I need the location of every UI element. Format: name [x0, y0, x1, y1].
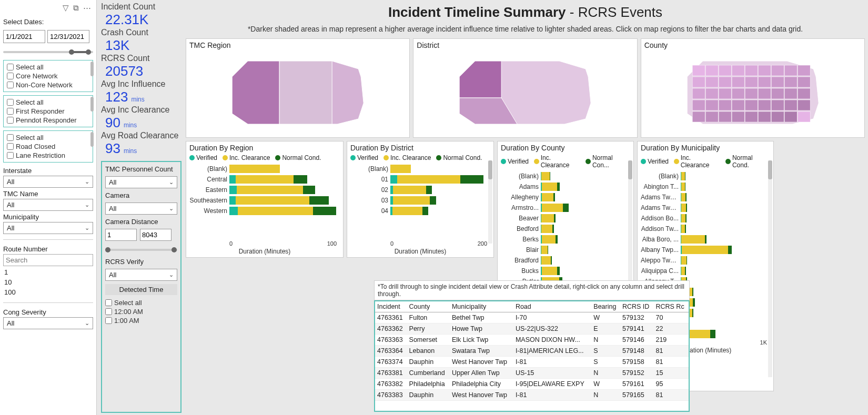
detected-time-item[interactable]: Select all [105, 298, 177, 307]
more-icon[interactable]: ⋯ [83, 3, 91, 13]
table-row[interactable]: 4763361FultonBethel TwpI-70W57913270 [375, 312, 689, 323]
rcrs-verify-label: RCRS Verify [105, 258, 177, 266]
filter-checkbox[interactable]: Core Network [7, 72, 89, 80]
chart-region[interactable]: Duration By Region VerifiedInc. Clearanc… [186, 141, 344, 258]
camera-distance-max[interactable] [140, 229, 171, 241]
bar-row[interactable]: Berks [501, 235, 630, 244]
svg-rect-17 [798, 77, 810, 87]
svg-rect-29 [719, 100, 731, 110]
filter-checkbox[interactable]: Select all [7, 133, 89, 142]
camera-dropdown[interactable]: All⌄ [105, 203, 177, 215]
bar-row[interactable]: Albany Twp... [641, 246, 770, 254]
col-rcrs-id[interactable]: RCRS ID [620, 301, 654, 312]
filter-dropdown[interactable]: All⌄ [3, 199, 93, 211]
date-range-slider[interactable] [3, 47, 93, 57]
table-row[interactable]: 4763363SomersetElk Lick TwpMASON DIXON H… [375, 335, 689, 346]
route-list[interactable]: 110100 [3, 267, 93, 297]
metric-incident-count: Incident Count22.31K [101, 2, 181, 28]
filter-dropdown[interactable]: All⌄ [3, 176, 93, 188]
rcrs-verify-dropdown[interactable]: All⌄ [105, 269, 177, 281]
cong-severity-dropdown[interactable]: All⌄ [3, 317, 93, 329]
camera-distance-slider[interactable] [105, 245, 177, 255]
bar-row[interactable]: Armstro... [501, 204, 630, 212]
bar-row[interactable]: Adams Twp... [641, 193, 770, 201]
bar-row[interactable]: 03 [350, 196, 490, 205]
bar-row[interactable]: Aliquippa C... [641, 267, 770, 275]
col-road[interactable]: Road [513, 301, 591, 312]
tmc-personnel-dropdown[interactable]: All⌄ [105, 176, 177, 188]
bar-row[interactable]: Aleppo Twp... [641, 256, 770, 265]
bar-row[interactable]: Central [189, 175, 340, 184]
page-title: Incident Timeline Summary - RCRS Events [186, 1, 865, 22]
svg-rect-38 [719, 112, 731, 122]
bar-row[interactable]: Adams Twp... [641, 204, 770, 212]
bar-row[interactable]: Southeastern [189, 196, 340, 205]
bar-row[interactable]: Bedford [501, 225, 630, 233]
bar-row[interactable]: Abington T... [641, 183, 770, 191]
route-item[interactable]: 10 [4, 277, 93, 287]
svg-rect-41 [758, 112, 771, 122]
bar-row[interactable]: Alba Boro, ... [641, 235, 770, 244]
table-row[interactable]: 4763362PerryHowe TwpUS-22|US-322E5791412… [375, 323, 689, 335]
route-item[interactable]: 1 [4, 267, 93, 277]
filter-checkbox[interactable]: Penndot Responder [7, 116, 89, 125]
filter-checkbox[interactable]: Select all [7, 98, 89, 107]
map-district[interactable]: District [413, 38, 637, 138]
date-end-input[interactable] [47, 30, 89, 43]
table-row[interactable]: 4763382PhiladelphiaPhiladelphia CityI-95… [375, 379, 689, 390]
bar-row[interactable]: Allegheny [501, 193, 630, 201]
filter-checkbox[interactable]: Road Closed [7, 142, 89, 151]
bar-row[interactable]: 02 [350, 186, 490, 194]
col-incident[interactable]: Incident [375, 301, 407, 312]
table-row[interactable]: 4763381CumberlandUpper Allen TwpUS-15N57… [375, 368, 689, 379]
filter-icon[interactable]: ▽ [63, 3, 69, 13]
col-county[interactable]: County [407, 301, 450, 312]
bar-row[interactable]: (Blank) [350, 165, 490, 173]
focus-icon[interactable]: ⧉ [73, 3, 79, 13]
route-item[interactable]: 100 [4, 287, 93, 297]
bar-row[interactable]: Bucks [501, 267, 630, 275]
map-county[interactable]: County [641, 38, 865, 138]
bar-row[interactable]: Addison Tw... [641, 225, 770, 233]
col-municipality[interactable]: Municipality [450, 301, 513, 312]
incident-table[interactable]: IncidentCountyMunicipalityRoadBearingRCR… [374, 300, 690, 412]
bar-row[interactable]: (Blank) [189, 165, 340, 173]
svg-rect-26 [798, 88, 810, 99]
svg-rect-4 [745, 65, 758, 76]
map-tmc-region[interactable]: TMC Region [186, 38, 410, 138]
table-row[interactable]: 4763364LebanonSwatara TwpI-81|AMERICAN L… [375, 346, 689, 357]
table-row[interactable]: 4763374DauphinWest Hanover TwpI-81S57915… [375, 357, 689, 368]
detected-time-item[interactable]: 12:00 AM [105, 307, 177, 316]
col-rcrs-rc[interactable]: RCRS Rc [653, 301, 689, 312]
responder-filter-group: Select allFirst ResponderPenndot Respond… [3, 95, 93, 127]
col-bearing[interactable]: Bearing [591, 301, 620, 312]
svg-rect-32 [758, 100, 771, 110]
filter-checkbox[interactable]: Select all [7, 63, 89, 72]
route-search-input[interactable] [3, 254, 93, 266]
chart-district[interactable]: Duration By District VerifiedInc. Cleara… [347, 141, 494, 258]
table-row[interactable]: 4763383DauphinWest Hanover TwpI-81N57916… [375, 390, 689, 401]
cong-severity-label: Cong Severity [3, 308, 93, 316]
bar-row[interactable]: Adams [501, 183, 630, 191]
bar-row[interactable]: Addison Bo... [641, 214, 770, 222]
detected-time-item[interactable]: 1:00 AM [105, 316, 177, 325]
date-start-input[interactable] [3, 30, 45, 43]
bar-row[interactable]: (Blank) [501, 172, 630, 180]
bar-row[interactable]: Western [189, 207, 340, 215]
filter-checkbox[interactable]: First Responder [7, 107, 89, 116]
bar-row[interactable]: Bradford [501, 256, 630, 265]
bar-row[interactable]: Blair [501, 246, 630, 254]
bar-row[interactable]: 01 [350, 175, 490, 184]
bar-row[interactable]: (Blank) [641, 172, 770, 180]
camera-distance-min[interactable] [105, 229, 137, 241]
filter-checkbox[interactable]: Lane Restriction [7, 151, 89, 160]
filter-dropdown[interactable]: All⌄ [3, 222, 93, 234]
filter-label: TMC Name [3, 190, 93, 198]
camera-distance-label: Camera Distance [105, 218, 177, 226]
bar-row[interactable]: Beaver [501, 214, 630, 222]
bar-row[interactable]: Eastern [189, 186, 340, 194]
bar-row[interactable]: 04 [350, 207, 490, 215]
filter-checkbox[interactable]: Non-Core Network [7, 80, 89, 89]
svg-rect-7 [784, 65, 797, 76]
svg-rect-0 [692, 65, 705, 76]
